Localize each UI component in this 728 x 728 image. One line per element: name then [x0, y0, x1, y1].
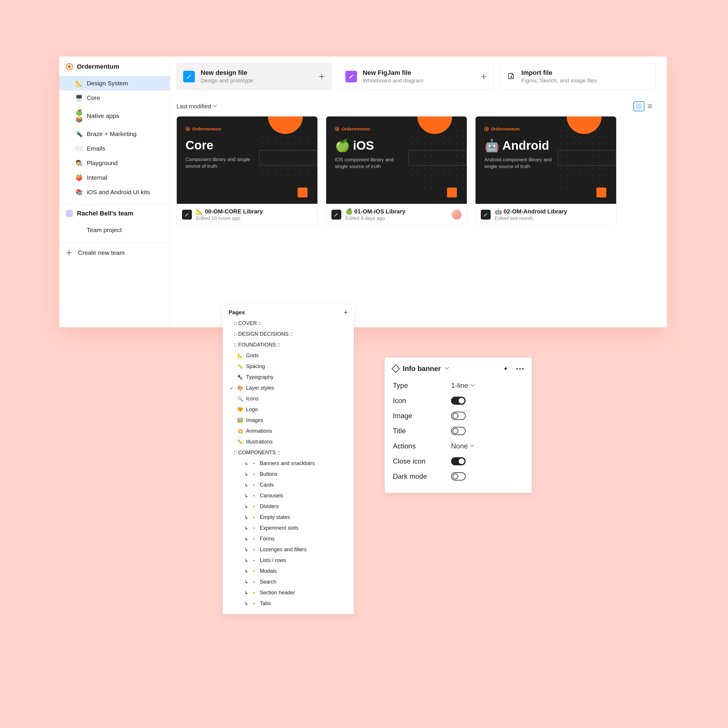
figma-dashboard: Ordermentum 📐 Design System🖥️ Core🍏 📦 Na… — [60, 57, 667, 327]
project-label: Team project — [87, 226, 122, 234]
sidebar-item[interactable]: 🧑‍🔬 Playground — [60, 156, 170, 170]
toggle-switch[interactable] — [451, 427, 466, 435]
file-meta: 🤖 02-OM-Android Library Edited last mont… — [476, 204, 616, 225]
page-item[interactable]: ↳🔸Dividers — [228, 501, 349, 512]
diamond-icon: 🔸 — [251, 493, 257, 499]
toggle-switch[interactable] — [451, 397, 466, 405]
file-name: 🍏 01-OM-iOS Library — [346, 208, 405, 215]
project-emoji-icon: 🖥️ — [75, 94, 83, 101]
new-figjam-file-card[interactable]: New FigJam file Whiteboard and diagram — [339, 63, 494, 90]
page-item[interactable]: ↳🔸Lists / rows — [228, 555, 349, 566]
toggle-switch[interactable] — [451, 472, 466, 480]
page-item[interactable]: 🧡Logo — [228, 404, 349, 415]
diamond-icon: 🔸 — [251, 504, 257, 509]
page-item[interactable]: ↳🔸Buttons — [228, 469, 349, 480]
team-header-ordermentum[interactable]: Ordermentum — [60, 58, 170, 75]
page-label: Lozenges and filters — [260, 547, 307, 553]
page-label: Forms — [260, 536, 275, 542]
sort-dropdown[interactable]: Last modified — [176, 103, 217, 110]
list-icon — [648, 104, 652, 108]
page-label: :: DESIGN DECISIONS :: — [234, 331, 293, 337]
page-item[interactable]: ↳🔸Experiment slots — [228, 523, 349, 534]
project-label: Native apps — [87, 112, 119, 119]
page-label: Layer styles — [246, 385, 274, 391]
page-item[interactable]: 🔍Icons — [228, 393, 349, 404]
add-page-button[interactable] — [343, 310, 348, 315]
diamond-icon: 🔸 — [251, 471, 257, 477]
page-item[interactable]: ↳🔸Tabs — [228, 598, 349, 609]
page-section-header[interactable]: :: COMPONENTS :: — [228, 447, 349, 458]
page-item[interactable]: ↳🔸Carousels — [228, 490, 349, 501]
page-label: :: COMPONENTS :: — [234, 450, 280, 456]
file-edited: Edited last month — [495, 216, 567, 221]
new-design-file-card[interactable]: New design file Design and prototype — [176, 63, 332, 90]
file-card[interactable]: Ordermentum 🤖Android Android component l… — [475, 116, 616, 226]
toggle-switch[interactable] — [451, 412, 466, 420]
select-value: None — [451, 442, 468, 450]
page-item[interactable]: ↳🔸Empty states — [228, 512, 349, 523]
create-team-button[interactable]: Create new team — [60, 243, 170, 263]
file-card[interactable]: Ordermentum 🍏iOS iOS component library a… — [326, 116, 467, 226]
list-view-button[interactable] — [644, 101, 656, 111]
sidebar-item[interactable]: 🔦 Braze + Marketing — [60, 127, 170, 141]
page-section-header[interactable]: :: COVER :: — [228, 318, 349, 329]
page-item[interactable]: 🎨Layer styles — [228, 382, 349, 393]
create-file-row: New design file Design and prototype New… — [176, 63, 656, 90]
page-label: Section header — [260, 590, 295, 596]
select-control[interactable]: None — [451, 442, 475, 450]
project-emoji-icon: 📚 — [75, 189, 83, 196]
page-item[interactable]: ↳🔸Banners and snackbars — [228, 458, 349, 469]
diamond-icon: 🔸 — [251, 601, 257, 606]
page-item[interactable]: ↳🔸Forms — [228, 534, 349, 544]
import-file-card[interactable]: Import file Figma, Sketch, and image fil… — [500, 63, 656, 90]
sidebar-item[interactable]: 📚 iOS and Android UI kits — [60, 185, 170, 199]
project-list: 📐 Design System🖥️ Core🍏 📦 Native apps🔦 B… — [60, 75, 170, 205]
chevron-down-icon[interactable] — [445, 367, 450, 371]
page-item[interactable]: ✏️Illustrations — [228, 436, 349, 447]
sidebar-item[interactable]: ✉️ Emails — [60, 141, 170, 156]
card-text: Import file Figma, Sketch, and image fil… — [521, 69, 597, 84]
page-section-header[interactable]: :: FOUNDATIONS :: — [228, 340, 349, 350]
file-card[interactable]: Ordermentum Core Component library and s… — [176, 116, 318, 226]
swap-instance-icon[interactable]: ✦ — [503, 365, 508, 372]
page-item[interactable]: ↳🔸Cards — [228, 480, 349, 490]
card-title: New design file — [200, 69, 253, 76]
prop-row: Type1-line — [393, 378, 523, 393]
page-emoji-icon: ✏️ — [237, 439, 243, 445]
page-item[interactable]: 📐Grids — [228, 350, 349, 361]
card-subtitle: Design and prototype — [200, 78, 253, 84]
sidebar-item[interactable]: 🍏 📦 Native apps — [60, 105, 170, 127]
prop-row: ActionsNone — [393, 439, 523, 454]
page-section-header[interactable]: :: DESIGN DECISIONS :: — [228, 329, 349, 340]
card-subtitle: Whiteboard and diagram — [363, 78, 424, 84]
sidebar-item[interactable]: Team project — [60, 223, 170, 237]
diamond-icon: 🔸 — [251, 569, 257, 574]
page-item[interactable]: 💥Animations — [228, 426, 349, 436]
more-options-button[interactable] — [516, 368, 523, 370]
page-item[interactable]: ↳🔸Lozenges and filters — [228, 544, 349, 555]
sidebar-item[interactable]: 📐 Design System — [60, 76, 170, 90]
arrow-icon: ↳ — [244, 569, 248, 574]
grid-view-button[interactable] — [633, 101, 644, 111]
page-emoji-icon: 📏 — [237, 364, 243, 369]
page-label: Typography — [246, 374, 274, 380]
view-toggle-group — [633, 101, 656, 112]
page-item[interactable]: ↳🔸Section header — [228, 587, 349, 598]
team-header-personal[interactable]: Rachel Bell's team — [60, 205, 170, 222]
page-item[interactable]: ✒️Typography — [228, 372, 349, 382]
page-item[interactable]: ↳🔸Search — [228, 577, 349, 587]
page-item[interactable]: 🖼️Images — [228, 415, 349, 426]
file-type-icon — [182, 210, 192, 220]
diamond-icon: 🔸 — [251, 558, 257, 563]
page-label: Dividers — [260, 503, 279, 509]
select-control[interactable]: 1-line — [451, 381, 475, 390]
sidebar-item[interactable]: 🖥️ Core — [60, 90, 170, 105]
project-emoji-icon: 🍏 📦 — [75, 109, 83, 123]
prop-label: Image — [393, 412, 451, 420]
toggle-switch[interactable] — [451, 457, 466, 465]
sidebar-item[interactable]: 🍑 Internal — [60, 170, 170, 185]
page-item[interactable]: ↳🔸Modals — [228, 566, 349, 577]
page-item[interactable]: 📏Spacing — [228, 361, 349, 372]
props-header-actions: ✦ — [503, 365, 523, 372]
page-label: Spacing — [246, 363, 265, 370]
